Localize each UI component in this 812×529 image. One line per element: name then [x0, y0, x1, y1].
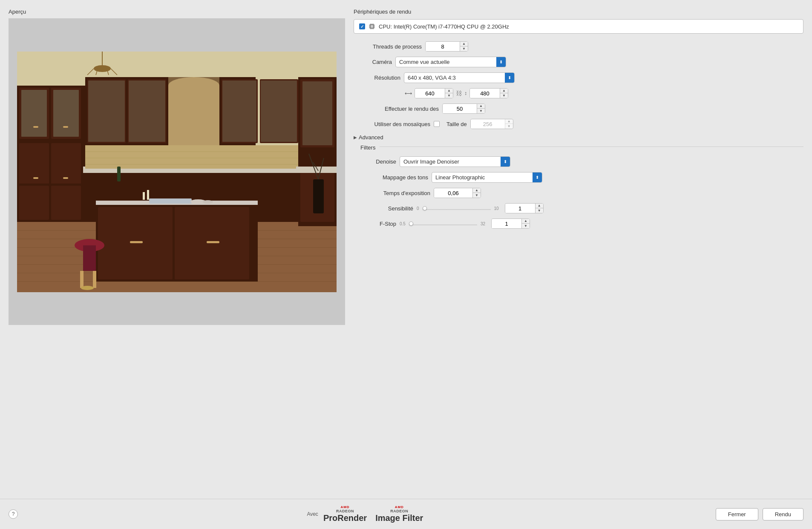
exposure-input[interactable]	[434, 189, 472, 198]
right-panel: Périphériques de rendu	[354, 9, 803, 494]
advanced-row[interactable]: ▶ Advanced	[354, 134, 803, 141]
denoise-label: Denoise	[354, 158, 396, 165]
prorender-brand: AMD RADEON ProRender	[323, 505, 367, 523]
svg-rect-34	[222, 80, 256, 142]
fstop-row: F-Stop 0.5 · · · · · · · ·	[354, 218, 803, 229]
filters-divider	[380, 147, 803, 147]
fstop-input-group[interactable]: ▲ ▼	[491, 218, 530, 229]
fermer-button[interactable]: Fermer	[716, 508, 758, 520]
width-stepper[interactable]: ▲ ▼	[445, 89, 453, 98]
render-input-group[interactable]: ▲ ▼	[442, 104, 485, 114]
kitchen-scene	[17, 52, 337, 292]
render-row: Effectuer le rendu des ▲ ▼	[354, 104, 803, 114]
camera-arrow-icon[interactable]	[496, 57, 506, 67]
threads-input-group[interactable]: ▲ ▼	[425, 41, 468, 52]
sensitivity-input-group[interactable]: ▲ ▼	[505, 203, 544, 213]
exposure-label: Temps d'exposition	[354, 190, 430, 196]
avec-label: Avec	[307, 511, 318, 517]
sensitivity-down[interactable]: ▼	[536, 208, 543, 213]
left-panel: Aperçu	[9, 9, 345, 494]
render-up[interactable]: ▲	[477, 104, 485, 109]
fstop-min-label: 0.5	[400, 221, 406, 226]
width-down[interactable]: ▼	[445, 93, 453, 98]
width-up[interactable]: ▲	[445, 89, 453, 93]
threads-down[interactable]: ▼	[460, 46, 468, 51]
sensitivity-stepper[interactable]: ▲ ▼	[535, 204, 543, 213]
rendu-button[interactable]: Rendu	[763, 508, 803, 520]
height-down[interactable]: ▼	[500, 93, 508, 98]
sensitivity-input[interactable]	[505, 204, 535, 213]
brand-area: Avec AMD RADEON ProRender AMD RADEON Ima…	[18, 505, 716, 523]
camera-select[interactable]: Comme vue actuelle	[395, 57, 506, 67]
kitchen-svg	[17, 52, 337, 292]
height-input-group[interactable]: ▲ ▼	[469, 88, 508, 98]
width-icon: ⟷	[405, 90, 412, 96]
fstop-slider-container: 0.5 · · · · · · · · ·	[400, 221, 485, 226]
tone-select[interactable]: Linear Photographic	[432, 172, 542, 183]
svg-rect-17	[33, 126, 38, 128]
threads-up[interactable]: ▲	[460, 42, 468, 46]
imagefilter-brand: AMD RADEON Image Filter	[375, 505, 423, 523]
taille-input-group: ▲ ▼	[470, 119, 513, 129]
fstop-slider-track[interactable]: · · · · · · · · · ·	[409, 222, 477, 225]
tone-arrow-icon[interactable]	[533, 172, 542, 182]
tone-row: Mappage des tons Linear Photographic	[354, 172, 803, 183]
threads-label: Threads de process	[354, 43, 422, 50]
fstop-up[interactable]: ▲	[522, 219, 530, 224]
denoise-arrow-icon[interactable]	[501, 157, 510, 167]
device-box[interactable]: CPU: Intel(R) Core(TM) i7-4770HQ CPU @ 2…	[354, 19, 803, 34]
exposure-stepper[interactable]: ▲ ▼	[472, 188, 481, 198]
resolution-select[interactable]: 640 x 480, VGA 4:3	[404, 72, 515, 83]
resolution-arrow-icon[interactable]	[505, 73, 514, 83]
render-input[interactable]	[443, 104, 477, 113]
svg-rect-55	[83, 245, 96, 271]
height-input[interactable]	[470, 89, 500, 98]
denoise-row: Denoise Ouvrir Image Denoiser	[354, 156, 803, 167]
fstop-max-label: 32	[481, 221, 485, 226]
height-stepper[interactable]: ▲ ▼	[500, 89, 508, 98]
sensitivity-max-label: 10	[494, 206, 499, 211]
width-input[interactable]	[415, 89, 445, 98]
height-up[interactable]: ▲	[500, 89, 508, 93]
exposure-input-group[interactable]: ▲ ▼	[434, 188, 481, 198]
render-stepper[interactable]: ▲ ▼	[477, 104, 485, 113]
svg-rect-20	[63, 177, 68, 179]
mosaic-row: Utiliser des mosaïques Taille de ▲ ▼	[354, 119, 803, 129]
render-down[interactable]: ▼	[477, 109, 485, 113]
camera-value: Comme vue actuelle	[396, 57, 496, 67]
width-input-group[interactable]: ▲ ▼	[415, 88, 453, 98]
advanced-label: Advanced	[359, 134, 383, 141]
svg-rect-52	[207, 241, 219, 243]
exposure-up[interactable]: ▲	[473, 188, 481, 193]
amd-label-1: AMD	[340, 505, 349, 509]
filters-row: Filters	[354, 144, 803, 151]
svg-rect-22	[19, 186, 49, 220]
svg-point-58	[81, 286, 94, 290]
threads-input[interactable]	[426, 42, 460, 51]
mosaic-checkbox[interactable]	[434, 121, 440, 127]
sensitivity-slider-container: 0 · · · · · · · ·	[417, 206, 499, 211]
sensitivity-up[interactable]: ▲	[536, 204, 543, 208]
fstop-input[interactable]	[492, 219, 521, 228]
denoise-select[interactable]: Ouvrir Image Denoiser	[400, 156, 510, 167]
fstop-down[interactable]: ▼	[522, 224, 530, 228]
cpu-checkbox[interactable]	[359, 23, 365, 29]
bottom-bar: ? Avec AMD RADEON ProRender AMD RADEON I…	[0, 499, 812, 529]
fstop-stepper[interactable]: ▲ ▼	[521, 219, 530, 228]
sensitivity-row: Sensibilité 0 · · · · · · ·	[354, 203, 803, 213]
exposure-down[interactable]: ▼	[473, 193, 481, 198]
render-devices-title: Périphériques de rendu	[354, 9, 803, 15]
svg-point-68	[203, 200, 213, 204]
prorender-label: ProRender	[323, 513, 367, 523]
tone-label: Mappage des tons	[354, 174, 428, 181]
help-button[interactable]: ?	[9, 509, 18, 519]
svg-rect-32	[88, 80, 125, 142]
sensitivity-slider-track[interactable]: · · · · · · · · · ·	[423, 207, 491, 210]
threads-stepper[interactable]: ▲ ▼	[460, 42, 468, 51]
action-buttons: Fermer Rendu	[716, 508, 803, 520]
svg-rect-18	[63, 126, 68, 128]
svg-rect-65	[143, 192, 145, 200]
taille-up: ▲	[505, 119, 513, 124]
radeon-label-2: RADEON	[390, 509, 408, 513]
cpu-icon	[369, 23, 375, 30]
